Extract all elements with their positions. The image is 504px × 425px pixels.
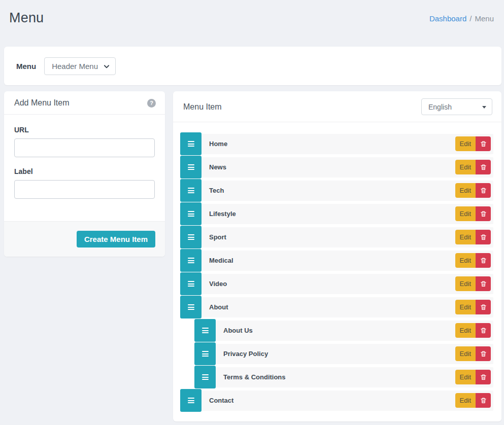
drag-handle[interactable] <box>180 156 201 179</box>
create-menu-item-button[interactable]: Create Menu Item <box>77 231 155 247</box>
menu-item-label: Sport <box>209 233 226 241</box>
menu-item-row: Tech Edit <box>180 179 493 202</box>
trash-icon <box>480 164 487 171</box>
menu-item-row: Terms & Conditions Edit <box>194 366 493 388</box>
menu-item-row: Video Edit <box>180 272 493 295</box>
breadcrumb-dashboard-link[interactable]: Dashboard <box>429 14 466 23</box>
menu-item-row: Sport Edit <box>180 226 493 249</box>
menu-item-list: Home Edit News Ed <box>173 122 501 421</box>
menu-item-label: Contact <box>209 397 233 404</box>
delete-button[interactable] <box>476 370 491 384</box>
edit-button[interactable]: Edit <box>455 370 476 384</box>
page-header: Menu Dashboard/Menu <box>0 0 504 46</box>
trash-icon <box>480 374 487 381</box>
menu-item-label: Home <box>209 140 227 148</box>
menu-item-row: Privacy Policy Edit <box>194 342 493 365</box>
menu-item-label: Medical <box>209 257 233 264</box>
menu-panel-header: Menu Item English <box>173 91 501 122</box>
drag-handle[interactable] <box>180 226 201 249</box>
drag-handle[interactable] <box>180 389 201 412</box>
add-menu-item-panel: Add Menu Item ? URL Label Create Menu It… <box>4 91 165 257</box>
menu-item-row: Home Edit <box>180 132 493 155</box>
edit-button[interactable]: Edit <box>455 393 476 408</box>
menu-item-row: About Edit <box>180 296 493 318</box>
drag-handle[interactable] <box>180 272 201 295</box>
drag-handle[interactable] <box>194 342 216 365</box>
drag-handle[interactable] <box>180 249 201 272</box>
trash-icon <box>480 350 487 358</box>
menu-item-label: Tech <box>209 187 224 194</box>
menu-panel-title: Menu Item <box>183 102 222 112</box>
delete-button[interactable] <box>476 230 491 244</box>
hamburger-icon <box>188 258 194 259</box>
hamburger-icon <box>188 398 194 399</box>
menu-select[interactable]: Header Menu <box>44 57 116 75</box>
edit-button[interactable]: Edit <box>455 253 476 268</box>
delete-button[interactable] <box>476 183 491 198</box>
delete-button[interactable] <box>476 346 491 361</box>
menu-item-label: About <box>209 303 228 311</box>
edit-button[interactable]: Edit <box>455 206 476 221</box>
menu-item-row: News Edit <box>180 156 493 179</box>
edit-button[interactable]: Edit <box>455 276 476 291</box>
hamburger-icon <box>188 211 194 212</box>
delete-button[interactable] <box>476 253 491 268</box>
url-label: URL <box>14 126 155 134</box>
delete-button[interactable] <box>476 160 491 174</box>
language-select-value: English <box>428 103 452 111</box>
trash-icon <box>480 327 487 334</box>
edit-button[interactable]: Edit <box>455 323 476 338</box>
breadcrumb-current: Menu <box>475 14 494 23</box>
breadcrumb: Dashboard/Menu <box>429 10 494 23</box>
delete-button[interactable] <box>476 323 491 338</box>
label-label: Label <box>14 167 155 175</box>
edit-button[interactable]: Edit <box>455 230 476 244</box>
add-panel-title: Add Menu Item <box>14 98 70 108</box>
drag-handle[interactable] <box>180 132 201 155</box>
menu-item-row: Lifestyle Edit <box>180 202 493 225</box>
trash-icon <box>480 140 487 148</box>
caret-down-icon <box>482 106 486 109</box>
delete-button[interactable] <box>476 276 491 291</box>
menu-item-row: Medical Edit <box>180 249 493 272</box>
edit-button[interactable]: Edit <box>455 160 476 174</box>
hamburger-icon <box>188 188 194 189</box>
breadcrumb-separator: / <box>469 14 472 23</box>
delete-button[interactable] <box>476 393 491 408</box>
drag-handle[interactable] <box>180 202 201 225</box>
delete-button[interactable] <box>476 300 491 314</box>
hamburger-icon <box>202 328 209 329</box>
add-panel-header: Add Menu Item ? <box>4 91 165 115</box>
hamburger-icon <box>188 141 194 142</box>
content-columns: Add Menu Item ? URL Label Create Menu It… <box>4 91 501 421</box>
menu-item-label: News <box>209 163 226 171</box>
edit-button[interactable]: Edit <box>455 346 476 361</box>
label-input[interactable] <box>14 180 155 199</box>
trash-icon <box>480 304 487 311</box>
delete-button[interactable] <box>476 136 491 151</box>
menu-item-label: Lifestyle <box>209 210 236 218</box>
hamburger-icon <box>202 374 209 375</box>
menu-item-label: About Us <box>223 327 253 334</box>
help-icon[interactable]: ? <box>147 99 156 108</box>
language-select[interactable]: English <box>421 98 492 115</box>
trash-icon <box>480 210 487 218</box>
hamburger-icon <box>188 164 194 165</box>
trash-icon <box>480 280 487 288</box>
menu-item-row: Contact Edit <box>180 389 493 412</box>
chevron-down-icon <box>103 63 110 70</box>
drag-handle[interactable] <box>194 366 216 388</box>
drag-handle[interactable] <box>180 296 201 318</box>
hamburger-icon <box>188 234 194 235</box>
menu-item-label: Terms & Conditions <box>223 373 286 381</box>
delete-button[interactable] <box>476 206 491 221</box>
drag-handle[interactable] <box>180 179 201 202</box>
hamburger-icon <box>202 351 209 352</box>
drag-handle[interactable] <box>194 319 216 342</box>
trash-icon <box>480 257 487 264</box>
edit-button[interactable]: Edit <box>455 183 476 198</box>
url-input[interactable] <box>14 138 155 157</box>
menu-filter-card: Menu Header Menu <box>4 47 501 85</box>
edit-button[interactable]: Edit <box>455 300 476 314</box>
edit-button[interactable]: Edit <box>455 136 476 151</box>
